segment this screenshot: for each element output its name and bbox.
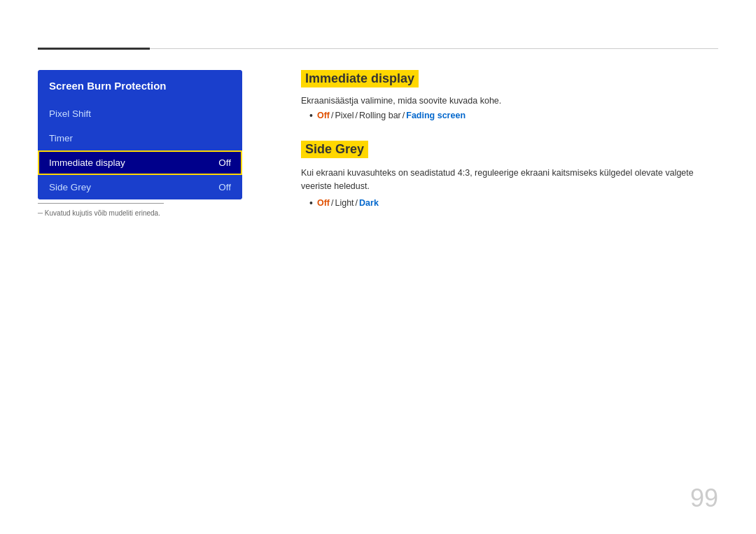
top-line-light bbox=[150, 48, 718, 49]
page-number: 99 bbox=[690, 484, 718, 513]
side-grey-opt1: Off bbox=[317, 198, 330, 208]
immediate-display-opt3: Rolling bar bbox=[359, 111, 401, 120]
menu-item-side-grey[interactable]: Side Grey Off bbox=[38, 175, 242, 199]
timer-label: Timer bbox=[49, 133, 73, 143]
immediate-display-options: • Off / Pixel / Rolling bar / Fading scr… bbox=[309, 110, 718, 121]
immediate-display-description: Ekraanisäästja valimine, mida soovite ku… bbox=[301, 96, 718, 106]
footnote-text: ─ Kuvatud kujutis võib mudeliti erineda. bbox=[38, 209, 192, 217]
immediate-display-value: Off bbox=[218, 157, 231, 168]
immediate-display-sep1: / bbox=[331, 111, 333, 120]
side-grey-label: Side Grey bbox=[49, 182, 91, 192]
side-grey-sep2: / bbox=[356, 198, 358, 208]
side-grey-section: Side Grey Kui ekraani kuvasuhteks on sea… bbox=[301, 141, 718, 209]
side-grey-opt2: Light bbox=[335, 198, 354, 208]
immediate-display-sep2: / bbox=[356, 111, 358, 120]
side-grey-bullet: • bbox=[309, 197, 313, 209]
immediate-display-bullet: • bbox=[309, 110, 313, 121]
right-panel: Immediate display Ekraanisäästja valimin… bbox=[301, 70, 718, 228]
immediate-display-opt4: Fading screen bbox=[406, 111, 465, 120]
top-line-dark bbox=[38, 48, 150, 50]
menu-item-immediate-display[interactable]: Immediate display Off bbox=[38, 150, 242, 175]
immediate-display-section: Immediate display Ekraanisäästja valimin… bbox=[301, 70, 718, 121]
menu-title: Screen Burn Protection bbox=[38, 70, 242, 101]
menu-item-pixel-shift[interactable]: Pixel Shift bbox=[38, 101, 242, 126]
pixel-shift-label: Pixel Shift bbox=[49, 108, 91, 119]
side-grey-section-description: Kui ekraani kuvasuhteks on seadistatud 4… bbox=[301, 167, 707, 193]
immediate-display-label: Immediate display bbox=[49, 157, 125, 168]
immediate-display-title: Immediate display bbox=[301, 70, 419, 87]
side-grey-opt3: Dark bbox=[359, 198, 379, 208]
menu-item-timer[interactable]: Timer bbox=[38, 126, 242, 150]
left-panel: Screen Burn Protection Pixel Shift Timer… bbox=[38, 70, 242, 199]
side-grey-section-title: Side Grey bbox=[301, 141, 368, 158]
side-grey-sep1: / bbox=[331, 198, 333, 208]
footnote-section: ─ Kuvatud kujutis võib mudeliti erineda. bbox=[38, 203, 192, 217]
side-grey-value: Off bbox=[218, 182, 231, 192]
top-lines bbox=[38, 48, 718, 50]
immediate-display-opt2: Pixel bbox=[335, 111, 354, 120]
side-grey-options: • Off / Light / Dark bbox=[309, 197, 718, 209]
immediate-display-sep3: / bbox=[402, 111, 405, 120]
menu-container: Screen Burn Protection Pixel Shift Timer… bbox=[38, 70, 242, 199]
immediate-display-opt1: Off bbox=[317, 111, 330, 120]
footnote-divider bbox=[38, 203, 164, 204]
